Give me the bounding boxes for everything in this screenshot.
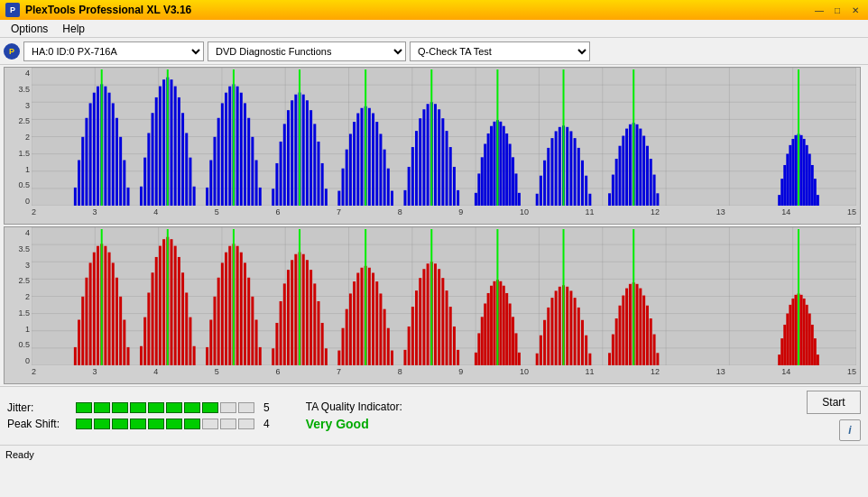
x-label-10: 10: [520, 207, 529, 216]
status-text: Ready: [5, 449, 34, 460]
y-label-05b: 0.5: [18, 341, 30, 349]
ta-quality-label: TA Quality Indicator:: [306, 400, 402, 413]
jitter-bar-2: [94, 402, 110, 413]
y-label-4b: 4: [25, 229, 30, 237]
y-label-25b: 2.5: [18, 277, 30, 285]
top-chart: 4 3.5 3 2.5 2 1.5 1 0.5 0 2 3 4 5 6 7 8 …: [4, 67, 861, 225]
title-bar: P PlexTools Professional XL V3.16 — □ ✕: [0, 0, 868, 20]
x-label-6: 6: [275, 207, 280, 216]
jitter-label: Jitter:: [7, 401, 70, 414]
top-chart-x-axis: 2 3 4 5 6 7 8 9 10 11 12 13 14 15: [32, 206, 856, 224]
app-title: PlexTools Professional XL V3.16: [25, 4, 191, 16]
x-label-9: 9: [458, 207, 463, 216]
bottom-panel: Jitter: 5 Peak Shift:: [0, 386, 868, 445]
maximize-button[interactable]: □: [830, 4, 845, 16]
function-select[interactable]: DVD Diagnostic Functions: [208, 41, 406, 61]
y-label-35b: 3.5: [18, 245, 30, 253]
close-button[interactable]: ✕: [848, 4, 863, 16]
y-label-4: 4: [25, 69, 30, 78]
metrics-left: Jitter: 5 Peak Shift:: [7, 401, 270, 430]
x-label-7: 7: [337, 207, 341, 216]
menu-bar: Options Help: [0, 20, 868, 38]
jitter-bar-8: [202, 402, 218, 413]
app-icon: P: [5, 3, 20, 17]
ps-bar-8: [202, 419, 218, 429]
y-label-15b: 1.5: [18, 309, 30, 318]
charts-area: 4 3.5 3 2.5 2 1.5 1 0.5 0 2 3 4 5 6 7 8 …: [0, 65, 868, 386]
top-chart-canvas: [32, 68, 856, 206]
jitter-bar-10: [238, 402, 254, 413]
ps-bar-7: [184, 419, 200, 429]
ta-quality-value: Very Good: [306, 417, 402, 431]
y-label-05: 0.5: [18, 181, 30, 189]
bottom-chart-x-axis: 2 3 4 5 6 7 8 9 10 11 12 13 14 15: [32, 365, 856, 383]
x-label-13: 13: [716, 207, 725, 216]
jitter-bar: [76, 402, 254, 413]
y-label-3: 3: [25, 102, 30, 110]
x-label-4: 4: [153, 207, 158, 216]
ps-bar-4: [130, 419, 146, 429]
x-label-11: 11: [585, 207, 594, 216]
ps-bar-5: [148, 419, 164, 429]
x-label-5: 5: [215, 207, 219, 216]
y-label-0b: 0: [25, 357, 30, 365]
ps-bar-1: [76, 419, 92, 429]
jitter-metric: Jitter: 5: [7, 401, 270, 414]
toolbar: P HA:0 ID:0 PX-716A DVD Diagnostic Funct…: [0, 38, 868, 65]
jitter-bar-5: [148, 402, 164, 413]
y-label-1: 1: [25, 166, 30, 174]
peak-shift-value: 4: [263, 418, 270, 430]
y-label-0: 0: [25, 198, 30, 206]
x-label-12: 12: [651, 207, 660, 216]
window-controls: — □ ✕: [812, 4, 863, 16]
x-label-14: 14: [781, 207, 790, 216]
y-label-3b: 3: [25, 262, 30, 270]
drive-icon: P: [4, 43, 20, 60]
x-label-2: 2: [32, 207, 36, 216]
x-label-15: 15: [847, 207, 856, 216]
peak-shift-label: Peak Shift:: [7, 418, 70, 430]
ps-bar-2: [94, 419, 110, 429]
bottom-chart-canvas: [32, 227, 856, 365]
jitter-bar-3: [112, 402, 128, 413]
jitter-bar-4: [130, 402, 146, 413]
jitter-bar-7: [184, 402, 200, 413]
x-label-3: 3: [93, 207, 97, 216]
bottom-chart: 4 3.5 3 2.5 2 1.5 1 0.5 0 2 3 4 5 6 7 8 …: [4, 226, 861, 384]
jitter-bar-9: [220, 402, 236, 413]
top-chart-inner: [32, 68, 856, 206]
status-bar: Ready: [0, 445, 868, 463]
x-label-8: 8: [398, 207, 402, 216]
test-select[interactable]: Q-Check TA Test: [410, 41, 590, 61]
ps-bar-10: [238, 419, 254, 429]
y-label-2: 2: [25, 133, 30, 142]
menu-options[interactable]: Options: [4, 21, 55, 37]
y-label-2b: 2: [25, 293, 30, 301]
jitter-bar-1: [76, 402, 92, 413]
menu-help[interactable]: Help: [55, 21, 92, 37]
jitter-value: 5: [263, 401, 270, 414]
info-button[interactable]: i: [839, 419, 861, 441]
y-label-1b: 1: [25, 326, 30, 334]
ps-bar-6: [166, 419, 182, 429]
peak-shift-metric: Peak Shift: 4: [7, 418, 270, 430]
start-button[interactable]: Start: [807, 391, 861, 414]
bottom-chart-inner: [32, 227, 856, 365]
y-label-35: 3.5: [18, 86, 30, 94]
ta-quality-section: TA Quality Indicator: Very Good: [306, 400, 402, 431]
top-chart-y-axis: 4 3.5 3 2.5 2 1.5 1 0.5 0: [5, 68, 32, 206]
y-label-15: 1.5: [18, 150, 30, 158]
jitter-bar-6: [166, 402, 182, 413]
ps-bar-9: [220, 419, 236, 429]
peak-shift-bar: [76, 419, 254, 429]
bottom-chart-y-axis: 4 3.5 3 2.5 2 1.5 1 0.5 0: [5, 227, 32, 365]
y-label-25: 2.5: [18, 117, 30, 125]
drive-select[interactable]: HA:0 ID:0 PX-716A: [23, 41, 204, 61]
ps-bar-3: [112, 419, 128, 429]
minimize-button[interactable]: —: [812, 4, 826, 16]
